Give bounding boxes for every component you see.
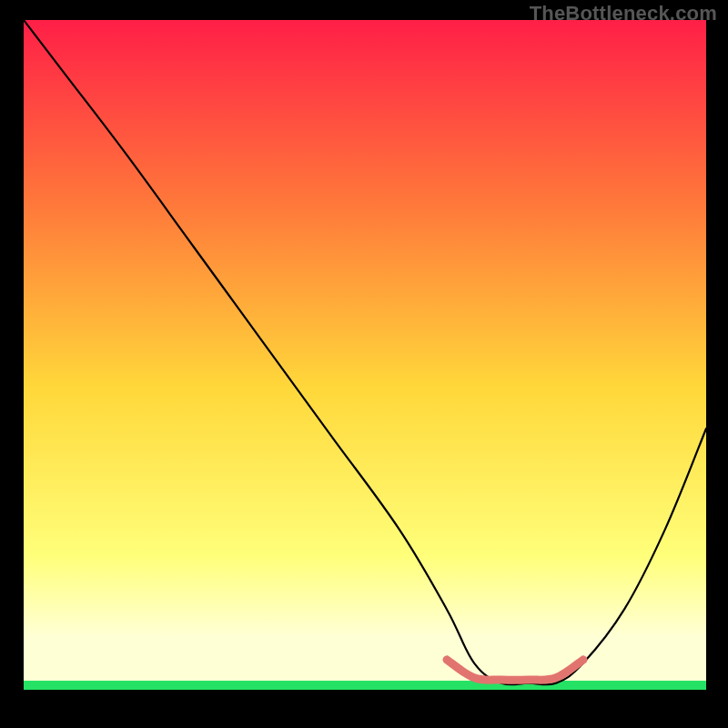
green-strip — [24, 681, 706, 690]
chart-frame: TheBottleneck.com — [0, 0, 728, 728]
chart-svg — [24, 20, 706, 712]
gradient-background — [24, 20, 706, 690]
